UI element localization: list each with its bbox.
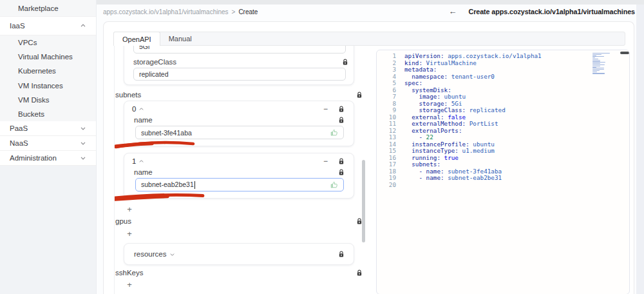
chevron-down-icon	[170, 252, 175, 257]
tab-label: Manual	[169, 35, 192, 43]
breadcrumb-path[interactable]: apps.cozystack.io/v1alpha1/virtualmachin…	[103, 8, 229, 15]
editor-scrollbar-thumb[interactable]	[620, 52, 629, 54]
sidebar-group-label: Administration	[10, 154, 57, 162]
yaml-editor[interactable]: 1apiVersion: apps.cozystack.io/v1alpha12…	[376, 50, 630, 294]
subnet-index: 0	[132, 105, 136, 113]
text-cursor	[194, 181, 195, 189]
editor-minimap[interactable]	[592, 53, 612, 76]
lock-icon	[338, 158, 345, 165]
minus-icon[interactable]: −	[323, 105, 328, 113]
subnet-1-name-value: subnet-eab2be31	[141, 181, 327, 189]
subnet-name-label-row: name	[134, 168, 345, 176]
sidebar-item-label: Virtual Machines	[18, 53, 73, 61]
like-icon[interactable]	[330, 129, 338, 137]
breadcrumb: apps.cozystack.io/v1alpha1/virtualmachin…	[103, 8, 258, 15]
subnet-item-0-card: 0 − name subnet-3fe41aba	[124, 101, 354, 146]
lock-icon	[338, 117, 345, 124]
sidebar-submenu-iaas: VPCs Virtual Machines Kubernetes VM Inst…	[0, 35, 96, 121]
top-strip	[97, 0, 644, 5]
back-arrow-icon[interactable]: ←	[448, 6, 457, 16]
lock-icon	[338, 106, 345, 113]
code-lines: 1apiVersion: apps.cozystack.io/v1alpha12…	[377, 53, 629, 188]
sidebar-item-marketplace[interactable]: Marketplace	[0, 0, 96, 16]
subnet-0-name-value: subnet-3fe41aba	[141, 129, 327, 137]
sidebar-group-administration[interactable]: Administration	[0, 151, 96, 166]
sidebar-item-vpcs[interactable]: VPCs	[0, 35, 96, 50]
tab-label: OpenAPI	[122, 35, 151, 43]
sidebar-group-label: NaaS	[10, 139, 28, 147]
subnet-item-toggle[interactable]: 1	[132, 157, 144, 165]
chevron-up-icon	[139, 159, 144, 164]
breadcrumb-current: Create	[238, 8, 258, 15]
sidebar-group-label: IaaS	[10, 22, 25, 30]
sidebar-item-label: Buckets	[18, 110, 44, 118]
sidebar-item-label: VPCs	[18, 39, 37, 46]
add-sshkey-button[interactable]: +	[124, 280, 135, 289]
lock-icon	[338, 169, 345, 176]
subnet-0-name-input[interactable]: subnet-3fe41aba	[135, 126, 344, 139]
lock-icon	[342, 59, 348, 66]
page: Marketplace IaaS VPCs Virtual Machines K…	[0, 0, 644, 294]
field-label: sshKeys	[115, 269, 143, 277]
resources-card[interactable]: resources	[124, 243, 354, 265]
sidebar: Marketplace IaaS VPCs Virtual Machines K…	[0, 0, 97, 294]
sidebar-item-label: VM Instances	[18, 82, 63, 90]
sidebar-item-vm-instances[interactable]: VM Instances	[0, 79, 96, 93]
field-label: storageClass	[133, 58, 176, 66]
sidebar-group-label: PaaS	[10, 124, 28, 132]
breadcrumb-separator: >	[232, 8, 236, 15]
sidebar-group-paas[interactable]: PaaS	[0, 121, 96, 136]
tab-bar: OpenAPI Manual	[113, 32, 625, 46]
subnet-1-name-input[interactable]: subnet-eab2be31	[135, 178, 344, 191]
like-icon[interactable]	[330, 181, 338, 189]
sidebar-item-virtual-machines[interactable]: Virtual Machines	[0, 50, 96, 64]
main-card: OpenAPI Manual 5Gi storageClass replicat…	[103, 21, 634, 294]
sidebar-item-kubernetes[interactable]: Kubernetes	[0, 64, 96, 78]
chevron-down-icon	[80, 141, 86, 146]
form-scrollbar-thumb[interactable]	[362, 160, 365, 242]
subnet-item-1-card: 1 − name subnet-eab2be31	[124, 153, 354, 199]
sshkeys-label-row: sshKeys	[115, 269, 363, 277]
subnet-item-header: 1 −	[132, 157, 345, 165]
storageclass-input[interactable]: replicated	[133, 68, 346, 81]
field-label: name	[134, 168, 153, 176]
sidebar-item-label: Kubernetes	[18, 67, 56, 75]
subnet-name-label-row: name	[134, 116, 345, 124]
sidebar-item-label: VM Disks	[18, 96, 50, 104]
sidebar-footer-area	[0, 166, 96, 294]
page-title: Create apps.cozystack.io/v1alpha1/virtua…	[468, 8, 635, 15]
gpus-label-row: gpus	[115, 217, 363, 225]
tab-openapi[interactable]: OpenAPI	[113, 32, 160, 46]
add-subnet-button[interactable]: +	[124, 204, 135, 214]
subnet-item-toggle[interactable]: 0	[132, 105, 144, 113]
minus-icon[interactable]: −	[323, 157, 328, 165]
storage-input-value: 5Gi	[139, 46, 340, 50]
resources-header: resources	[134, 250, 345, 258]
lock-icon	[338, 251, 345, 258]
lock-icon	[356, 270, 363, 277]
sidebar-item-buckets[interactable]: Buckets	[0, 107, 96, 121]
sidebar-item-label: Marketplace	[18, 5, 59, 12]
subnet-item-header: 0 −	[132, 105, 345, 113]
tab-manual[interactable]: Manual	[160, 32, 200, 45]
lock-icon	[356, 92, 363, 99]
field-label: resources	[134, 250, 167, 258]
sidebar-item-vm-disks[interactable]: VM Disks	[0, 93, 96, 107]
field-label: name	[134, 116, 153, 124]
code-line: 19 - name: subnet-eab2be31	[377, 175, 629, 182]
chevron-up-icon	[139, 107, 144, 112]
page-header: ← Create apps.cozystack.io/v1alpha1/virt…	[448, 6, 635, 16]
sidebar-group-iaas[interactable]: IaaS	[0, 16, 96, 35]
subnets-label-row: subnets	[115, 91, 363, 99]
sidebar-group-naas[interactable]: NaaS	[0, 136, 96, 151]
field-label: gpus	[115, 217, 131, 225]
chevron-up-icon	[80, 23, 86, 28]
chevron-down-icon	[80, 126, 86, 131]
subnet-index: 1	[132, 157, 136, 165]
chevron-down-icon	[80, 155, 86, 161]
code-line: 20	[377, 182, 629, 189]
storage-input[interactable]: 5Gi	[133, 46, 346, 54]
openapi-form: 5Gi storageClass replicated subnets 0	[114, 46, 365, 294]
field-label: subnets	[115, 91, 141, 99]
add-gpu-button[interactable]: +	[124, 229, 135, 239]
